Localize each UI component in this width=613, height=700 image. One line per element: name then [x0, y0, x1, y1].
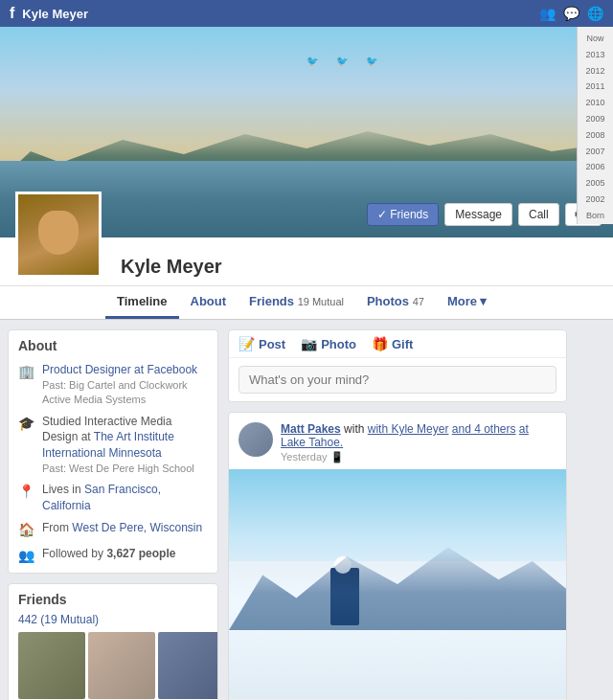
friends-nav-icon[interactable]: 👥	[539, 6, 556, 21]
gift-icon: 🎁	[372, 336, 388, 351]
timeline-item-2013[interactable]: 2013	[578, 47, 613, 63]
about-work: 🏢 Product Designer at Facebook Past: Big…	[9, 359, 217, 411]
photos-badge: 47	[413, 296, 424, 307]
skier-head	[334, 556, 352, 574]
post-box: 📝 Post 📷 Photo 🎁 Gift	[228, 329, 567, 402]
feed-avatar-image	[238, 422, 273, 457]
nav-title: Kyle Meyer	[22, 7, 88, 21]
friend-cell-mike-vernal[interactable]: Mike Vernal	[18, 632, 85, 700]
location-icon: 📍	[18, 483, 34, 502]
avatar-image	[18, 194, 99, 275]
timeline-item-2005[interactable]: 2005	[578, 175, 613, 192]
friend-cell-wilson-miner[interactable]: Wilson Miner	[158, 632, 218, 700]
timeline-item-2011[interactable]: 2011	[578, 79, 613, 95]
friends-button[interactable]: ✓ Friends	[367, 203, 439, 226]
call-button[interactable]: Call	[518, 203, 559, 226]
friend-thumb	[88, 632, 155, 699]
location-link[interactable]: San Francisco, California	[42, 483, 161, 512]
timeline-item-born[interactable]: Born	[578, 208, 613, 224]
post-tab-gift[interactable]: 🎁 Gift	[372, 336, 413, 357]
facebook-logo: f	[10, 5, 14, 22]
post-tab-photo[interactable]: 📷 Photo	[301, 336, 356, 357]
feed-item: Matt Pakes with with Kyle Meyer and 4 ot…	[228, 412, 567, 700]
avatar	[15, 192, 102, 278]
timeline-item-2006[interactable]: 2006	[578, 159, 613, 175]
timeline-item-2009[interactable]: 2009	[578, 111, 613, 127]
profile-name-area: Kyle Meyer	[0, 237, 613, 285]
top-nav: f Kyle Meyer 👥 💬 🌐	[0, 0, 613, 27]
timeline-item-2012[interactable]: 2012	[578, 63, 613, 79]
photo-icon: 📷	[301, 336, 317, 351]
hometown-link[interactable]: West De Pere, Wisconsin	[72, 521, 202, 534]
feed-author-link[interactable]: Matt Pakes	[281, 422, 341, 436]
feed-with: with	[344, 422, 368, 436]
feed-others-link[interactable]: and 4 others	[452, 422, 516, 436]
hometown-icon: 🏠	[18, 521, 34, 540]
about-education: 🎓 Studied Interactive Media Design at Th…	[9, 411, 217, 480]
photo-tab-label: Photo	[321, 337, 356, 351]
post-icon: 📝	[238, 336, 255, 351]
tab-bar: Timeline About Friends 19 Mutual Photos …	[0, 285, 613, 319]
globe-nav-icon[interactable]: 🌐	[587, 6, 603, 21]
timeline-item-2008[interactable]: 2008	[578, 127, 613, 144]
tab-about[interactable]: About	[179, 286, 238, 319]
chevron-down-icon: ▾	[480, 294, 487, 308]
profile-strip: Kyle Meyer Timeline About Friends 19 Mut…	[0, 237, 613, 320]
left-column: About 🏢 Product Designer at Facebook Pas…	[8, 329, 218, 700]
friend-thumb	[18, 632, 85, 699]
about-followers: 👥 Followed by 3,627 people	[9, 543, 217, 574]
post-tab-post[interactable]: 📝 Post	[238, 336, 285, 357]
timeline-item-2007[interactable]: 2007	[578, 144, 613, 160]
friends-card: Friends 442 (19 Mutual) Mike Vernal Rose…	[8, 583, 218, 700]
about-card: About 🏢 Product Designer at Facebook Pas…	[8, 329, 218, 574]
feed-photo[interactable]	[229, 469, 566, 699]
cover-birds: 🐦 🐦 🐦	[306, 56, 385, 66]
about-title: About	[9, 330, 217, 359]
friends-count-link[interactable]: 442 (19 Mutual)	[18, 613, 99, 626]
post-tab-label: Post	[259, 337, 285, 351]
timeline-scroll: Now2013201220112010200920082007200620052…	[577, 27, 613, 224]
mobile-icon: 📱	[330, 451, 344, 463]
friends-grid: Mike Vernal Rose Yao Wilson Miner Lu Che…	[9, 632, 217, 700]
message-button[interactable]: Message	[444, 203, 512, 226]
education-icon: 🎓	[18, 415, 34, 434]
nav-icons: 👥 💬 🌐	[539, 6, 603, 21]
feed-with-link[interactable]: with Kyle Meyer	[368, 422, 449, 436]
feed-author-avatar[interactable]	[238, 422, 273, 457]
friends-count: 442 (19 Mutual)	[9, 613, 217, 632]
right-column: 📝 Post 📷 Photo 🎁 Gift	[228, 329, 567, 700]
about-location: 📍 Lives in San Francisco, California	[9, 479, 217, 517]
main-content: About 🏢 Product Designer at Facebook Pas…	[0, 320, 577, 700]
post-tabs: 📝 Post 📷 Photo 🎁 Gift	[229, 330, 566, 358]
tab-photos[interactable]: Photos 47	[355, 286, 436, 319]
tab-timeline[interactable]: Timeline	[105, 286, 179, 319]
about-hometown: 🏠 From West De Pere, Wisconsin	[9, 517, 217, 543]
friend-cell-rose-yao[interactable]: Rose Yao	[88, 632, 155, 700]
timeline-item-2010[interactable]: 2010	[578, 95, 613, 111]
followers-icon: 👥	[18, 547, 34, 566]
feed-time: Yesterday 📱	[281, 451, 556, 463]
work-sub: Past: Big Cartel and Clockwork Active Me…	[42, 378, 208, 408]
post-input-area	[229, 358, 566, 401]
timeline-item-2002[interactable]: 2002	[578, 192, 613, 208]
timeline-item-now[interactable]: Now	[578, 31, 613, 47]
tab-friends[interactable]: Friends 19 Mutual	[238, 286, 355, 319]
work-link[interactable]: Product Designer at Facebook	[42, 363, 197, 376]
feed-meta: Matt Pakes with with Kyle Meyer and 4 ot…	[281, 422, 556, 463]
tab-more[interactable]: More ▾	[436, 286, 498, 319]
work-icon: 🏢	[18, 363, 34, 382]
school-link[interactable]: The Art Institute International Minnesot…	[42, 430, 174, 460]
gift-tab-label: Gift	[392, 337, 413, 351]
friends-badge: 19 Mutual	[298, 296, 344, 307]
friends-title: Friends	[9, 584, 217, 613]
post-input[interactable]	[238, 366, 556, 394]
friend-thumb	[158, 632, 218, 699]
profile-actions: ✓ Friends Message Call ⚙ ▾	[367, 203, 602, 226]
school-sub: Past: West De Pere High School	[42, 462, 208, 476]
skier-figure	[330, 568, 359, 625]
feed-header: Matt Pakes with with Kyle Meyer and 4 ot…	[229, 413, 566, 469]
chat-nav-icon[interactable]: 💬	[563, 6, 579, 21]
